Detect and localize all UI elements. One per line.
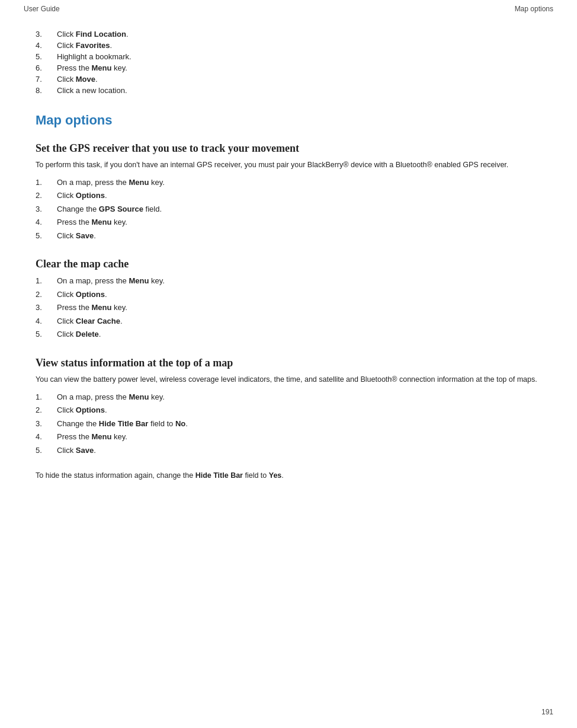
page-content: 3. Click Find Location. 4. Click Favorit… bbox=[0, 18, 577, 534]
list-item: 2. Click Options. bbox=[36, 289, 541, 301]
step-num: 6. bbox=[36, 63, 57, 72]
page-header: User Guide Map options bbox=[0, 0, 577, 18]
step-num: 8. bbox=[36, 86, 57, 95]
step-text: Highlight a bookmark. bbox=[57, 52, 132, 61]
intro-list: 3. Click Find Location. 4. Click Favorit… bbox=[36, 30, 541, 95]
list-item: 3. Press the Menu key. bbox=[36, 302, 541, 314]
list-item: 1. On a map, press the Menu key. bbox=[36, 177, 541, 189]
step-num: 5. bbox=[36, 52, 57, 61]
step-text: Click Move. bbox=[57, 75, 98, 84]
subsection-title-gps: Set the GPS receiver that you use to tra… bbox=[36, 142, 541, 155]
list-item: 3. Change the GPS Source field. bbox=[36, 203, 541, 215]
list-item: 5. Click Save. bbox=[36, 445, 541, 456]
list-item: 5. Click Save. bbox=[36, 230, 541, 242]
list-item: 4. Press the Menu key. bbox=[36, 216, 541, 228]
steps-list-cache: 1. On a map, press the Menu key. 2. Clic… bbox=[36, 275, 541, 340]
subsection-clear-cache: Clear the map cache 1. On a map, press t… bbox=[36, 258, 541, 340]
step-text: Click Find Location. bbox=[57, 30, 129, 39]
list-item: 3. Click Find Location. bbox=[36, 30, 541, 39]
steps-list-gps: 1. On a map, press the Menu key. 2. Clic… bbox=[36, 177, 541, 242]
list-item: 7. Click Move. bbox=[36, 75, 541, 84]
list-item: 5. Click Delete. bbox=[36, 328, 541, 340]
description-gps: To perform this task, if you don't have … bbox=[36, 159, 541, 171]
list-item: 4. Click Favorites. bbox=[36, 41, 541, 50]
step-text: Click Favorites. bbox=[57, 41, 112, 50]
description-status: You can view the battery power level, wi… bbox=[36, 374, 541, 385]
step-num: 3. bbox=[36, 30, 57, 39]
footer-text-status: To hide the status information again, ch… bbox=[36, 470, 541, 481]
page-number: 191 bbox=[541, 708, 553, 716]
list-item: 4. Press the Menu key. bbox=[36, 431, 541, 443]
header-left: User Guide bbox=[24, 5, 60, 13]
list-item: 6. Press the Menu key. bbox=[36, 63, 541, 72]
subsection-title-status: View status information at the top of a … bbox=[36, 357, 541, 369]
list-item: 5. Highlight a bookmark. bbox=[36, 52, 541, 61]
list-item: 3. Change the Hide Title Bar field to No… bbox=[36, 418, 541, 430]
subsection-view-status: View status information at the top of a … bbox=[36, 357, 541, 481]
list-item: 2. Click Options. bbox=[36, 404, 541, 416]
subsection-title-cache: Clear the map cache bbox=[36, 258, 541, 270]
steps-list-status: 1. On a map, press the Menu key. 2. Clic… bbox=[36, 391, 541, 456]
step-text: Press the Menu key. bbox=[57, 63, 127, 72]
list-item: 2. Click Options. bbox=[36, 190, 541, 202]
list-item: 1. On a map, press the Menu key. bbox=[36, 275, 541, 287]
section-title: Map options bbox=[36, 113, 541, 128]
list-item: 1. On a map, press the Menu key. bbox=[36, 391, 541, 403]
step-num: 4. bbox=[36, 41, 57, 50]
step-num: 7. bbox=[36, 75, 57, 84]
list-item: 4. Click Clear Cache. bbox=[36, 315, 541, 327]
header-right: Map options bbox=[515, 5, 553, 13]
subsection-gps-receiver: Set the GPS receiver that you use to tra… bbox=[36, 142, 541, 241]
list-item: 8. Click a new location. bbox=[36, 86, 541, 95]
step-text: Click a new location. bbox=[57, 86, 127, 95]
